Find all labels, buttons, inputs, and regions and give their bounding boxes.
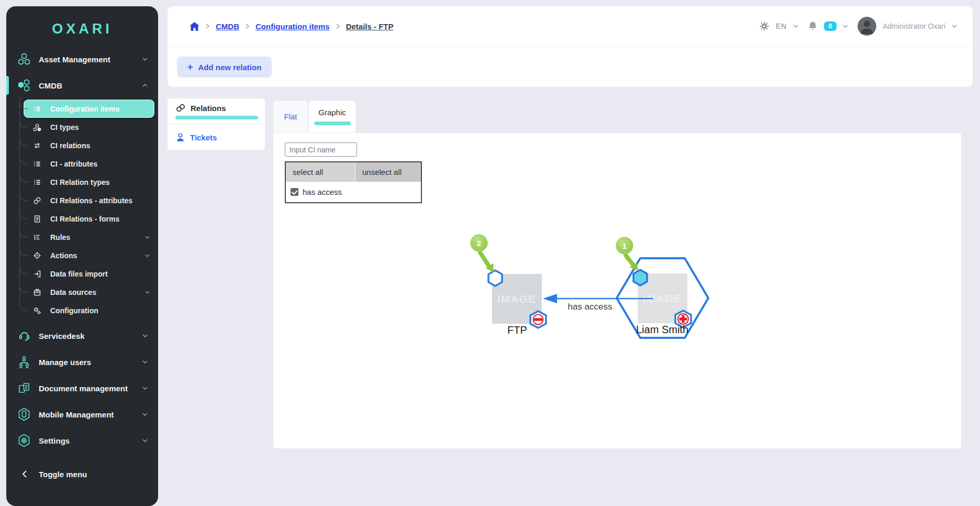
order-badge-2: 2 xyxy=(471,235,494,272)
sidebar-item-label: Mobile Management xyxy=(39,410,114,419)
sidebar-item-ci-relation-types[interactable]: CI Relation types xyxy=(24,173,158,191)
plus-icon: + xyxy=(187,62,193,72)
chevron-down-icon[interactable] xyxy=(793,25,798,28)
sidebar-item-rules[interactable]: Rules xyxy=(24,228,158,246)
sidebar-item-actions[interactable]: Actions xyxy=(24,246,158,265)
sidebar-item-configuration[interactable]: Configuration xyxy=(24,301,158,320)
sidebar-item-servicedesk[interactable]: Servicedesk xyxy=(6,323,158,349)
sidebar-item-label: CI Relation types xyxy=(50,178,110,186)
ftp-remove-badge[interactable] xyxy=(530,311,546,328)
tab-tickets-label: Tickets xyxy=(190,133,217,142)
sidebar-item-label: Manage users xyxy=(39,358,91,367)
breadcrumb-separator-icon xyxy=(206,24,209,29)
active-tab-indicator xyxy=(314,122,351,125)
chevron-down-icon xyxy=(145,236,150,239)
sidebar-item-label: CI Relations - attributes xyxy=(50,196,132,205)
gear-icon[interactable] xyxy=(759,21,770,31)
sidebar-item-configuration-items[interactable]: Configuration items xyxy=(24,100,154,118)
bell-icon[interactable] xyxy=(808,21,818,31)
sidebar-item-ci-relations-attributes[interactable]: CI Relations - attributes xyxy=(24,191,158,210)
tab-flat-label: Flat xyxy=(284,112,297,121)
person-icon xyxy=(175,133,185,142)
documents-icon xyxy=(17,382,31,394)
breadcrumb-separator-icon xyxy=(246,24,249,29)
sidebar-item-label: Data sources xyxy=(50,288,96,296)
sidebar-item-ci-relations-forms[interactable]: CI Relations - forms xyxy=(24,210,158,228)
toggle-menu-label: Toggle menu xyxy=(39,470,87,479)
sidebar-item-label: Settings xyxy=(39,436,70,445)
oxari-logo: OXARI xyxy=(6,6,158,46)
chevron-up-icon xyxy=(142,84,148,87)
sidebar-item-label: Data files import xyxy=(50,270,108,278)
sidebar-item-label: Servicedesk xyxy=(39,332,85,340)
tab-graphic-label: Graphic xyxy=(318,108,346,117)
order-badge-1: 1 xyxy=(616,237,638,271)
sidebar-item-mobile-management[interactable]: Mobile Management xyxy=(6,401,158,427)
edge-arrowhead xyxy=(543,294,557,303)
list-icon xyxy=(32,160,42,168)
chevron-down-icon xyxy=(142,387,148,390)
notification-count-badge[interactable]: 0 xyxy=(824,21,837,31)
ftp-port-hexagon[interactable] xyxy=(488,270,502,286)
sidebar-item-manage-users[interactable]: Manage users xyxy=(6,349,158,375)
chevron-down-icon xyxy=(142,439,148,442)
sidebar: OXARI Asset Management xyxy=(6,6,158,506)
sidebar-item-label: Actions xyxy=(50,251,77,260)
sidebar-item-ci-types[interactable]: CI types xyxy=(24,118,158,136)
chevron-down-icon[interactable] xyxy=(843,25,848,28)
breadcrumb-separator-icon xyxy=(336,24,340,29)
badge-number: 1 xyxy=(622,241,627,250)
import-icon xyxy=(32,270,42,278)
mobile-shield-icon xyxy=(17,408,31,421)
list-icon xyxy=(32,178,42,186)
chain-link-icon xyxy=(32,196,42,205)
tab-tickets[interactable]: Tickets xyxy=(168,124,265,150)
breadcrumb-link-cmdb[interactable]: CMDB xyxy=(216,22,239,31)
sidebar-item-ci-attributes[interactable]: CI - attributes xyxy=(24,155,158,173)
badge-number: 2 xyxy=(477,239,481,248)
sidebar-item-document-management[interactable]: Document management xyxy=(6,375,158,401)
tab-relations[interactable]: Relations xyxy=(168,98,265,124)
edge-label: has access xyxy=(567,302,612,312)
chevron-down-icon xyxy=(142,334,148,337)
sidebar-item-cmdb[interactable]: CMDB xyxy=(6,72,158,98)
cmdb-submenu: Configuration items CI types xyxy=(6,100,158,320)
tab-graphic[interactable]: Graphic xyxy=(309,101,355,133)
hexagon-cluster-filled-icon xyxy=(17,79,31,92)
sidebar-item-label: Configuration items xyxy=(50,105,119,113)
swap-arrows-icon xyxy=(32,141,42,150)
toggle-menu-button[interactable]: Toggle menu xyxy=(6,461,158,487)
chevron-down-icon[interactable] xyxy=(952,25,957,28)
breadcrumb-link-configuration-items[interactable]: Configuration items xyxy=(255,22,330,31)
add-new-relation-button[interactable]: + Add new relation xyxy=(177,57,272,78)
tab-flat[interactable]: Flat xyxy=(273,101,308,133)
header-card: CMDB Configuration items Details - FTP xyxy=(168,6,973,87)
oxari-logo-text: OXARI xyxy=(52,21,113,37)
chain-link-icon xyxy=(175,103,186,113)
hexagon-cluster-icon xyxy=(17,53,31,65)
chevron-down-icon xyxy=(142,58,148,61)
node-label-liam-smith: Liam Smith xyxy=(636,324,688,335)
node-label-ftp: FTP xyxy=(507,324,527,336)
sidebar-item-label: CI - attributes xyxy=(50,160,97,168)
sidebar-item-label: CI Relations - forms xyxy=(50,215,119,223)
sidebar-item-data-files-import[interactable]: Data files import xyxy=(24,265,158,283)
sidebar-item-data-sources[interactable]: Data sources xyxy=(24,283,158,301)
liam-port-hexagon-selected[interactable] xyxy=(633,270,647,285)
sidebar-item-asset-management[interactable]: Asset Management xyxy=(6,46,158,72)
avatar[interactable] xyxy=(858,17,876,36)
language-selector[interactable]: EN xyxy=(776,22,786,30)
breadcrumb-current: Details - FTP xyxy=(346,22,394,31)
sidebar-item-label: Document management xyxy=(39,384,128,393)
active-tab-indicator xyxy=(175,116,258,119)
relation-graph[interactable]: IMAGE IMAGE has access 2 1 xyxy=(273,133,961,448)
tab-relations-label: Relations xyxy=(191,104,226,113)
document-icon xyxy=(32,215,42,223)
home-icon[interactable] xyxy=(190,22,199,31)
chevron-down-icon xyxy=(142,413,148,416)
sidebar-item-settings[interactable]: Settings xyxy=(6,427,158,454)
sidebar-item-label: Configuration xyxy=(50,306,98,315)
chevron-down-icon xyxy=(142,360,148,364)
relation-edge-has-access[interactable]: has access xyxy=(543,294,653,312)
sidebar-item-ci-relations[interactable]: CI relations xyxy=(24,136,158,155)
